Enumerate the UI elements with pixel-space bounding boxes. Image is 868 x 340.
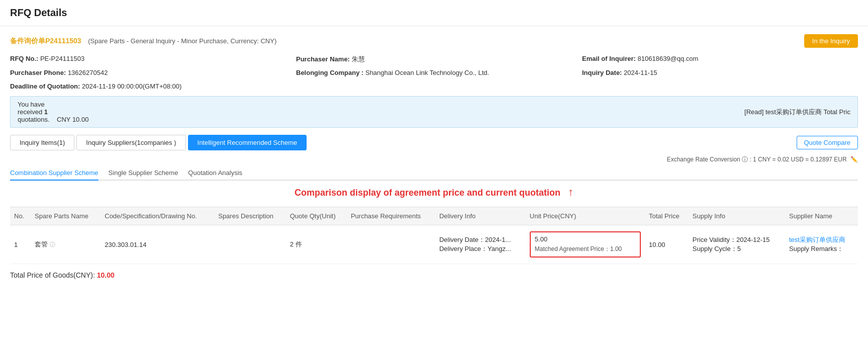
inquiry-date-row: Inquiry Date: 2024-11-15: [582, 69, 858, 76]
rfq-no-row: RFQ No.: PE-P24111503: [10, 55, 286, 64]
notification-bar: You havereceived 1quotations. CNY 10.00 …: [10, 96, 858, 128]
purchaser-name-label: Purchaser Name:: [296, 55, 350, 63]
cell-code: 230.303.01.14: [101, 225, 214, 264]
exchange-rate-text: Exchange Rate Conversion ⓘ : 1 CNY = 0.0…: [667, 156, 847, 163]
delivery-place: Delivery Place：Yangz...: [439, 244, 522, 253]
in-inquiry-button[interactable]: In the Inquiry: [804, 34, 858, 48]
tabs-row: Inquiry Items(1) Inquiry Suppliers(1comp…: [10, 135, 858, 150]
purchaser-name-row: Purchaser Name: 朱慧: [296, 55, 572, 64]
page-title: RFQ Details: [10, 7, 67, 18]
comparison-label: Comparison display of agreement price an…: [10, 186, 858, 199]
col-supplier-name: Supplier Name: [785, 207, 858, 225]
col-supply-info: Supply Info: [689, 207, 785, 225]
phone-row: Purchaser Phone: 13626270542: [10, 69, 286, 76]
scheme-tab-combination[interactable]: Combination Supplier Scheme: [10, 166, 99, 181]
cell-spares-desc: [214, 225, 285, 264]
supplier-link[interactable]: test采购订单供应商: [789, 236, 845, 243]
tab-inquiry-items[interactable]: Inquiry Items(1): [10, 135, 74, 150]
spare-parts-name-text: 套管: [35, 240, 48, 248]
email-label: Email of Inquirer:: [582, 55, 636, 62]
main-content: 备件询价单P24111503 (Spare Parts - General In…: [0, 26, 868, 287]
col-spares-desc: Spares Description: [214, 207, 285, 225]
cell-spare-parts-name: 套管 ⓘ: [31, 225, 101, 264]
table-wrap: No. Spare Parts Name Code/Specification/…: [10, 207, 858, 264]
inquiry-date-label: Inquiry Date:: [582, 69, 622, 76]
price-validity: Price Validity：2024-12-15: [693, 235, 781, 244]
comparison-label-text: Comparison display of agreement price an…: [295, 188, 560, 198]
inquiry-bar: 备件询价单P24111503 (Spare Parts - General In…: [10, 34, 858, 48]
notif-left: You havereceived 1quotations. CNY 10.00: [18, 101, 88, 123]
col-total-price: Total Price: [645, 207, 689, 225]
scheme-tab-quotation[interactable]: Quotation Analysis: [188, 166, 242, 180]
total-price-goods-row: Total Price of Goods(CNY): 10.00: [10, 271, 858, 279]
cell-delivery-info: Delivery Date：2024-1... Delivery Place：Y…: [435, 225, 526, 264]
unit-price-value: 5.00: [535, 235, 636, 243]
company-row: Belonging Company : Shanghai Ocean Link …: [296, 69, 572, 76]
col-unit-price: Unit Price(CNY): [526, 207, 645, 225]
table-row: 1 套管 ⓘ 230.303.01.14 2 件 Delivery Date：2…: [10, 225, 858, 264]
cell-supplier-name: test采购订单供应商 Supply Remarks：: [785, 225, 858, 264]
col-delivery-info: Delivery Info: [435, 207, 526, 225]
email-value: 810618639@qq.com: [638, 55, 699, 62]
total-price-goods-label: Total Price of Goods(CNY):: [10, 271, 95, 279]
delivery-date: Delivery Date：2024-1...: [439, 235, 522, 244]
cell-no: 1: [10, 225, 31, 264]
phone-value: 13626270542: [68, 69, 108, 76]
col-spare-parts-name: Spare Parts Name: [31, 207, 101, 225]
deadline-label: Deadline of Quotation:: [10, 82, 80, 90]
col-quote-qty: Quote Qty(Unit): [286, 207, 347, 225]
notif-left-price: CNY 10.00: [57, 116, 88, 123]
cell-supply-info: Price Validity：2024-12-15 Supply Cycle：5: [689, 225, 785, 264]
cell-purchase-req: [347, 225, 435, 264]
cell-quote-qty: 2 件: [286, 225, 347, 264]
cell-total-price: 10.00: [645, 225, 689, 264]
deadline-row: Deadline of Quotation: 2024-11-19 00:00:…: [10, 82, 858, 90]
scheme-tabs: Combination Supplier Scheme Single Suppl…: [10, 166, 858, 181]
phone-label: Purchaser Phone:: [10, 69, 66, 76]
inquiry-id: 备件询价单P24111503: [10, 37, 81, 45]
notif-left-text: You havereceived 1quotations.: [18, 101, 50, 123]
inquiry-desc: (Spare Parts - General Inquiry - Minor P…: [88, 37, 276, 45]
inquiry-date-value: 2024-11-15: [624, 69, 657, 76]
tab-inquiry-suppliers[interactable]: Inquiry Suppliers(1companies ): [76, 135, 185, 150]
quote-compare-button[interactable]: Quote Compare: [797, 136, 858, 149]
tab-intelligent-scheme[interactable]: Intelligent Recommended Scheme: [188, 135, 307, 150]
supply-remarks: Supply Remarks：: [789, 244, 854, 253]
company-value: Shanghai Ocean Link Technology Co., Ltd.: [365, 69, 489, 76]
items-table: No. Spare Parts Name Code/Specification/…: [10, 207, 858, 264]
rfq-no-value: PE-P24111503: [40, 55, 84, 62]
arrow-up-icon: ↑: [568, 186, 573, 199]
email-row: Email of Inquirer: 810618639@qq.com: [582, 55, 858, 64]
unit-price-cell: 5.00 Matched Agreement Price：1.00: [530, 231, 641, 258]
deadline-value: 2024-11-19 00:00:00(GMT+08:00): [82, 82, 181, 90]
purchaser-name-value: 朱慧: [352, 55, 365, 63]
cell-unit-price: 5.00 Matched Agreement Price：1.00: [526, 225, 645, 264]
col-purchase-req: Purchase Requirements: [347, 207, 435, 225]
exchange-rate-row: Exchange Rate Conversion ⓘ : 1 CNY = 0.0…: [10, 155, 858, 164]
spare-parts-info-icon[interactable]: ⓘ: [50, 241, 55, 247]
edit-exchange-rate-icon[interactable]: ✏️: [850, 156, 858, 163]
page-header: RFQ Details: [0, 0, 868, 26]
inquiry-id-row: 备件询价单P24111503 (Spare Parts - General In…: [10, 37, 276, 46]
total-price-goods-value: 10.00: [97, 271, 115, 279]
col-code-spec: Code/Specification/Drawing No.: [101, 207, 214, 225]
info-grid: RFQ No.: PE-P24111503 Purchaser Name: 朱慧…: [10, 55, 858, 78]
table-header-row: No. Spare Parts Name Code/Specification/…: [10, 207, 858, 225]
company-label: Belonging Company :: [296, 69, 363, 76]
supply-cycle: Supply Cycle：5: [693, 244, 781, 253]
rfq-no-label: RFQ No.:: [10, 55, 38, 62]
scheme-tab-single[interactable]: Single Supplier Scheme: [109, 166, 178, 180]
notif-right: [Read] test采购订单供应商 Total Pric: [744, 108, 850, 117]
col-no: No.: [10, 207, 31, 225]
matched-agreement-price: Matched Agreement Price：1.00: [535, 245, 636, 253]
